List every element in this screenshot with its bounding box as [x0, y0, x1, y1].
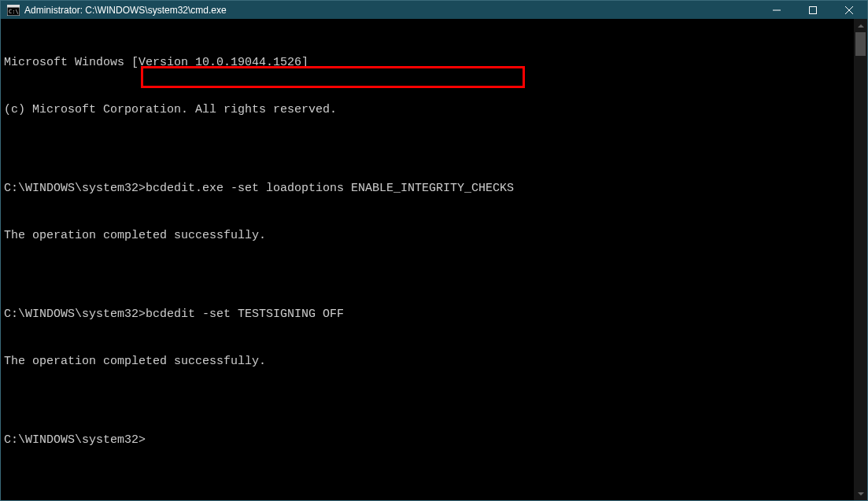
scroll-up-icon[interactable] [854, 19, 867, 32]
svg-rect-4 [810, 6, 817, 13]
maximize-button[interactable] [795, 1, 831, 19]
cmd-window: C:\ Administrator: C:\WINDOWS\system32\c… [0, 0, 868, 501]
scroll-down-icon[interactable] [854, 487, 867, 500]
close-button[interactable] [831, 1, 867, 19]
minimize-button[interactable] [759, 1, 795, 19]
terminal-area: Microsoft Windows [Version 10.0.19044.15… [1, 19, 867, 500]
output-line: C:\WINDOWS\system32>bcdedit.exe -set loa… [4, 181, 854, 197]
output-line: The operation completed successfully. [4, 354, 854, 370]
scrollbar-thumb[interactable] [855, 32, 866, 56]
window-controls [759, 1, 867, 19]
svg-marker-7 [858, 24, 864, 28]
output-line: C:\WINDOWS\system32>bcdedit -set TESTSIG… [4, 307, 854, 322]
output-line: (c) Microsoft Corporation. All rights re… [4, 102, 854, 118]
svg-marker-8 [858, 492, 864, 495]
svg-text:C:\: C:\ [9, 9, 19, 15]
output-line: The operation completed successfully. [4, 228, 854, 244]
output-line: Microsoft Windows [Version 10.0.19044.15… [4, 55, 854, 71]
terminal-output[interactable]: Microsoft Windows [Version 10.0.19044.15… [1, 19, 854, 500]
scrollbar-track[interactable] [854, 32, 867, 487]
window-title: Administrator: C:\WINDOWS\system32\cmd.e… [24, 5, 759, 16]
titlebar[interactable]: C:\ Administrator: C:\WINDOWS\system32\c… [1, 1, 867, 19]
prompt-line: C:\WINDOWS\system32> [4, 433, 854, 448]
cmd-icon: C:\ [7, 4, 20, 17]
scrollbar[interactable] [854, 19, 867, 500]
